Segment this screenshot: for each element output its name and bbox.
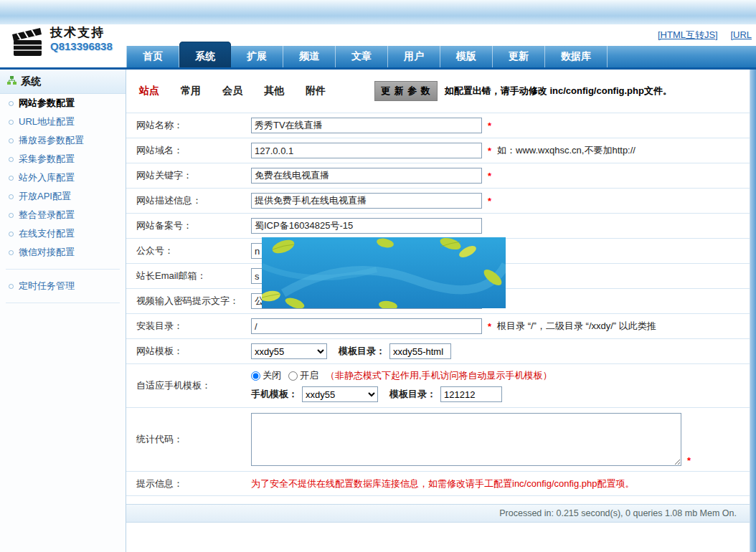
- stats-code-textarea[interactable]: [251, 413, 681, 466]
- nav-tab-update[interactable]: 更新: [493, 46, 545, 67]
- nav-tab-database[interactable]: 数据库: [545, 46, 608, 67]
- link-html-to-js[interactable]: [HTML互转JS]: [658, 29, 718, 40]
- required-star: *: [488, 146, 491, 156]
- sidebar-item-label: 微信对接配置: [19, 246, 75, 259]
- content-layout: 系统 网站参数配置 URL地址配置 播放器参数配置 采集参数配置 站外入库配置: [0, 70, 756, 552]
- link-url[interactable]: [URL: [730, 29, 752, 40]
- sub-tabs: 站点 常用 会员 其他 附件 更 新 参 数 如配置出错，请手动修改 inc/c…: [126, 70, 750, 101]
- sidebar-item-label: 网站参数配置: [19, 97, 75, 110]
- radio-off-label: 关闭: [263, 369, 281, 382]
- install-dir-hint: 根目录 “/”，二级目录 “/xxdy/” 以此类推: [497, 320, 656, 333]
- top-gradient-strip: [0, 0, 756, 24]
- nav-tabs: 首页 系统 扩展 频道 文章 用户 模版 更新 数据库: [126, 46, 756, 67]
- main-panel: 站点 常用 会员 其他 附件 更 新 参 数 如配置出错，请手动修改 inc/c…: [126, 70, 750, 552]
- required-star: *: [488, 120, 491, 131]
- sidebar-item-cron-manage[interactable]: 定时任务管理: [0, 277, 126, 295]
- sidebar-item-wechat-config[interactable]: 微信对接配置: [0, 243, 126, 262]
- icp-number-input[interactable]: [251, 218, 482, 234]
- form-row-tips: 提示信息： 为了安全不提供在线配置数据库连接信息，如需修改请手工配置inc/co…: [126, 471, 750, 496]
- subtab-site[interactable]: 站点: [139, 85, 159, 97]
- mobile-template-dir-input[interactable]: [440, 386, 502, 402]
- bullet-icon: [9, 213, 14, 218]
- security-tip-text: 为了安全不提供在线配置数据库连接信息，如需修改请手工配置inc/config/c…: [251, 477, 635, 490]
- nav-tab-system[interactable]: 系统: [179, 42, 231, 67]
- form-row-site-template: 网站模板： xxdy55 模板目录：: [126, 338, 750, 363]
- sidebar-item-url-config[interactable]: URL地址配置: [0, 113, 126, 131]
- nav-tab-channel[interactable]: 频道: [283, 46, 336, 67]
- sidebar-item-site-params[interactable]: 网站参数配置: [0, 94, 126, 113]
- sidebar-item-login-config[interactable]: 整合登录配置: [0, 206, 126, 224]
- field-label: 统计代码：: [126, 433, 251, 446]
- bullet-icon: [9, 120, 14, 125]
- nav-tab-user[interactable]: 用户: [388, 46, 440, 67]
- subtab-attachment[interactable]: 附件: [306, 85, 326, 97]
- processing-stats: Processed in: 0.215 second(s), 0 queries…: [126, 504, 750, 523]
- bullet-icon: [9, 138, 14, 143]
- sidebar-title: 系统: [0, 70, 126, 94]
- bullet-icon: [9, 284, 14, 289]
- mobile-template-select-label: 手机模板：: [251, 388, 298, 401]
- sidebar-item-api-config[interactable]: 开放API配置: [0, 187, 126, 206]
- field-label: 自适应手机模板：: [126, 379, 251, 392]
- censored-image: [262, 237, 506, 308]
- mobile-off-radio[interactable]: [251, 371, 260, 381]
- subtab-other[interactable]: 其他: [264, 85, 284, 97]
- form-row-keywords: 网站关键字： *: [126, 163, 750, 188]
- update-params-button[interactable]: 更 新 参 数: [374, 81, 438, 101]
- bullet-icon: [9, 157, 14, 162]
- sidebar-item-offsite-config[interactable]: 站外入库配置: [0, 168, 126, 187]
- logo-title: 技术支持: [50, 26, 113, 40]
- mobile-template-on-option[interactable]: 开启: [288, 369, 318, 382]
- site-logo: 技术支持 Q813396838: [10, 26, 132, 61]
- form-row-mobile-template: 自适应手机模板： 关闭 开启 （非静态模式下起作用,手机访问将自动显示手: [126, 363, 750, 407]
- bullet-icon: [9, 232, 14, 237]
- sidebar-divider: [6, 269, 120, 270]
- field-label: 视频输入密码提示文字：: [126, 295, 251, 308]
- field-label: 网站域名：: [126, 144, 251, 157]
- sidebar-item-collect-config[interactable]: 采集参数配置: [0, 150, 126, 168]
- field-label: 站长Email邮箱：: [126, 270, 251, 282]
- site-template-select[interactable]: xxdy55: [251, 343, 327, 359]
- field-label: 提示信息：: [126, 477, 251, 490]
- mobile-on-radio[interactable]: [288, 371, 298, 381]
- field-label: 网站描述信息：: [126, 194, 251, 207]
- subtab-member[interactable]: 会员: [222, 85, 242, 97]
- sidebar: 系统 网站参数配置 URL地址配置 播放器参数配置 采集参数配置 站外入库配置: [0, 70, 126, 552]
- form-row-site-name: 网站名称： *: [126, 113, 750, 138]
- form-row-stats-code: 统计代码： *: [126, 407, 750, 471]
- field-label: 网站名称：: [126, 119, 251, 132]
- radio-on-label: 开启: [300, 369, 318, 382]
- right-edge-strip: [750, 70, 756, 552]
- description-input[interactable]: [251, 193, 482, 209]
- sidebar-item-label: 采集参数配置: [19, 153, 75, 166]
- subtab-common[interactable]: 常用: [181, 85, 201, 97]
- header-links: [HTML互转JS] [URL: [648, 29, 752, 42]
- nav-tab-extend[interactable]: 扩展: [231, 46, 283, 67]
- sidebar-item-player-config[interactable]: 播放器参数配置: [0, 131, 126, 150]
- sidebar-item-label: 整合登录配置: [19, 209, 75, 222]
- template-dir-input[interactable]: [389, 343, 451, 359]
- nav-tab-article[interactable]: 文章: [336, 46, 388, 67]
- required-star: *: [488, 196, 491, 206]
- sidebar-item-payment-config[interactable]: 在线支付配置: [0, 224, 126, 243]
- required-star: *: [488, 321, 491, 332]
- sidebar-item-label: 播放器参数配置: [19, 134, 84, 147]
- site-domain-input[interactable]: [251, 143, 482, 158]
- sidebar-item-label: 定时任务管理: [19, 280, 75, 292]
- mobile-template-off-option[interactable]: 关闭: [251, 369, 281, 382]
- nav-tab-home[interactable]: 首页: [126, 46, 179, 67]
- keywords-input[interactable]: [251, 168, 482, 184]
- bullet-icon: [9, 194, 14, 199]
- mobile-template-note: （非静态模式下起作用,手机访问将自动显示手机模板）: [326, 369, 552, 382]
- required-star: *: [488, 171, 491, 181]
- site-name-input[interactable]: [251, 118, 482, 133]
- field-label: 公众号：: [126, 244, 251, 257]
- template-dir-label: 模板目录：: [339, 345, 385, 358]
- clapperboard-icon: [10, 26, 46, 61]
- required-star: *: [687, 455, 691, 466]
- form-row-icp: 网站备案号：: [126, 213, 750, 238]
- mobile-template-select[interactable]: xxdy55: [302, 386, 378, 402]
- sidebar-item-label: 站外入库配置: [19, 171, 75, 184]
- install-dir-input[interactable]: [251, 318, 482, 334]
- nav-tab-template[interactable]: 模版: [440, 46, 493, 67]
